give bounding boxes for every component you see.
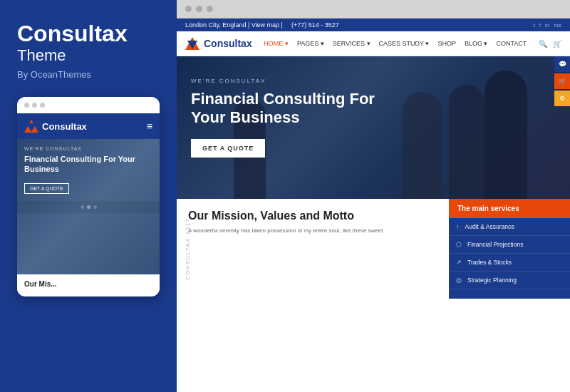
topbar-location: London City, England | View map | <box>185 21 283 29</box>
mobile-dots <box>24 103 45 108</box>
brand-title: Consultax <box>17 21 160 46</box>
mobile-chrome-bar <box>17 97 160 113</box>
financial-icon: ⬡ <box>456 241 462 248</box>
hero-content: WE'RE CONSULTAX Financial Consulting For… <box>177 56 570 179</box>
mobile-hero-label: WE'RE CONSULTAX <box>24 146 152 151</box>
cart-icon[interactable]: 🛒 <box>553 40 561 48</box>
mobile-dot-1 <box>24 103 29 108</box>
browser-dot-3 <box>207 6 213 12</box>
service-label-2: Financial Projections <box>467 241 523 248</box>
mobile-dot-2 <box>32 103 37 108</box>
topbar-right: t f in rss <box>534 22 561 29</box>
mission-side-label: CONSULTAX 2017 <box>185 217 190 279</box>
service-item-4[interactable]: ◎ Strategic Planning <box>449 272 570 289</box>
mobile-mockup: Consultax ≡ WE'RE CONSULTAX Financial Co… <box>17 97 160 296</box>
search-icon[interactable]: 🔍 <box>539 40 547 48</box>
site-hero: WE'RE CONSULTAX Financial Consulting For… <box>177 56 570 199</box>
mobile-logo: Consultax <box>24 119 87 133</box>
site-logo-text: Consultax <box>204 38 252 49</box>
service-item-1[interactable]: ↑ Audit & Assurance <box>449 218 570 236</box>
topbar-phone: (+77) 514 - 3527 <box>291 21 339 29</box>
services-panel: The main services ↑ Audit & Assurance ⬡ … <box>449 199 570 299</box>
nav-link-home[interactable]: HOME ▾ <box>264 40 289 47</box>
mobile-hero-content: WE'RE CONSULTAX Financial Consulting For… <box>17 139 160 201</box>
mobile-hero-title: Financial Consulting For Your Business <box>24 154 152 175</box>
brand-subtitle: Theme <box>17 46 160 65</box>
service-label-1: Audit & Assurance <box>465 223 514 230</box>
website-preview: London City, England | View map | (+77) … <box>177 19 570 392</box>
twitter-icon[interactable]: t <box>534 22 535 29</box>
mobile-logo-icon <box>24 119 38 133</box>
hero-label: WE'RE CONSULTAX <box>191 78 556 84</box>
floating-settings-button[interactable]: ⚙ <box>554 91 570 106</box>
rss-icon[interactable]: rss <box>554 22 561 29</box>
nav-link-services[interactable]: SERVICES ▾ <box>333 40 370 47</box>
site-logo[interactable]: Consultax <box>185 36 252 51</box>
mobile-hamburger-icon[interactable]: ≡ <box>147 120 152 132</box>
right-panel: London City, England | View map | (+77) … <box>177 0 570 392</box>
brand-by: By OceanThemes <box>17 69 160 80</box>
topbar-left: London City, England | View map | (+77) … <box>185 21 339 29</box>
nav-icons: 🔍 🛒 <box>539 40 561 48</box>
site-nav: Consultax HOME ▾ PAGES ▾ SERVICES ▾ CASE… <box>177 31 570 56</box>
hero-cta-button[interactable]: GET A QUOTE <box>191 139 265 158</box>
site-bottom-section: CONSULTAX 2017 Our Mission, Values and M… <box>177 199 570 299</box>
site-nav-links: HOME ▾ PAGES ▾ SERVICES ▾ CASES STUDY ▾ … <box>264 40 527 47</box>
mobile-dot-3 <box>40 103 45 108</box>
mobile-mission-section: Our Mis... <box>17 274 160 296</box>
floating-chat-button[interactable]: 💬 <box>554 56 570 72</box>
strategic-icon: ◎ <box>456 277 462 284</box>
mobile-logo-text: Consultax <box>42 121 87 132</box>
services-header: The main services <box>449 199 570 218</box>
floating-cart-button[interactable]: 🛒 <box>554 73 570 89</box>
mission-text: A wonderful serenity has taken possessio… <box>188 227 437 235</box>
nav-link-shop[interactable]: SHOP <box>437 40 456 47</box>
trades-icon: ↗ <box>456 259 462 266</box>
service-item-3[interactable]: ↗ Trades & Stocks <box>449 254 570 272</box>
mobile-cta-button[interactable]: GET A QUOTE <box>24 183 69 194</box>
site-topbar: London City, England | View map | (+77) … <box>177 19 570 31</box>
mobile-mission-title: Our Mis... <box>24 280 152 288</box>
linkedin-icon[interactable]: in <box>545 22 549 29</box>
mission-title: Our Mission, Values and Motto <box>188 209 437 222</box>
hero-title: Financial Consulting For Your Business <box>191 90 390 128</box>
floating-buttons: 💬 🛒 ⚙ <box>554 56 570 199</box>
browser-dot-1 <box>185 6 192 12</box>
mobile-hero: WE'RE CONSULTAX Financial Consulting For… <box>17 139 160 274</box>
browser-dot-2 <box>196 6 202 12</box>
nav-link-cases[interactable]: CASES STUDY ▾ <box>379 40 430 47</box>
service-label-3: Trades & Stocks <box>467 259 512 266</box>
mission-section: CONSULTAX 2017 Our Mission, Values and M… <box>177 199 449 299</box>
audit-icon: ↑ <box>456 223 460 230</box>
service-item-2[interactable]: ⬡ Financial Projections <box>449 236 570 254</box>
nav-link-pages[interactable]: PAGES ▾ <box>297 40 324 47</box>
facebook-icon[interactable]: f <box>539 22 541 29</box>
browser-chrome <box>177 0 570 19</box>
site-logo-icon <box>185 36 200 51</box>
left-panel: Consultax Theme By OceanThemes Consultax… <box>0 0 177 392</box>
mobile-nav: Consultax ≡ <box>17 113 160 139</box>
service-label-4: Strategic Planning <box>467 277 517 284</box>
nav-link-blog[interactable]: BLOG ▾ <box>465 40 488 47</box>
nav-link-contact[interactable]: CONTACT <box>496 40 527 47</box>
